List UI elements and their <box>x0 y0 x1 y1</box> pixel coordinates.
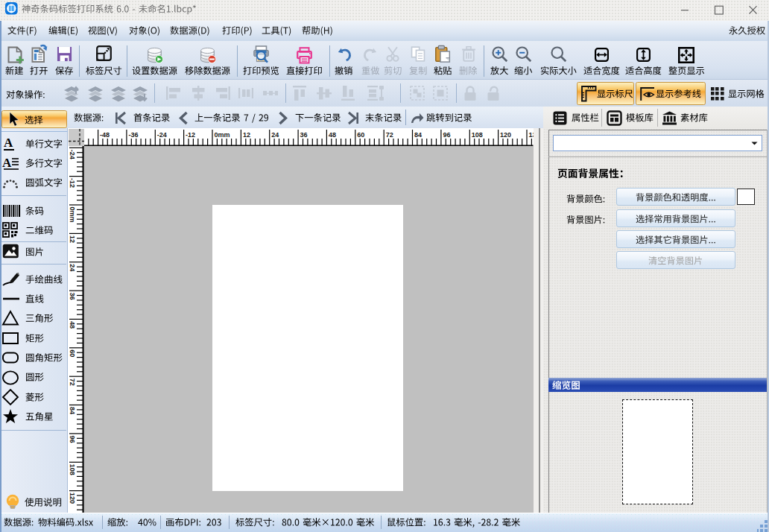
svg-text:48: 48 <box>69 320 76 328</box>
svg-text:60: 60 <box>69 349 76 357</box>
svg-text:-24: -24 <box>157 131 167 139</box>
svg-text:A: A <box>4 136 13 150</box>
svg-text:0mm: 0mm <box>215 131 230 139</box>
svg-text:-24: -24 <box>69 149 76 159</box>
svg-text:48: 48 <box>329 131 336 139</box>
svg-text:108: 108 <box>472 131 483 139</box>
svg-text:84: 84 <box>414 131 422 139</box>
svg-text:108: 108 <box>69 463 76 475</box>
svg-text:-12: -12 <box>69 178 76 188</box>
svg-text:36: 36 <box>300 131 308 139</box>
svg-text:12: 12 <box>243 131 250 139</box>
svg-text:120: 120 <box>500 131 511 139</box>
svg-text:96: 96 <box>69 435 76 443</box>
svg-text:84: 84 <box>69 407 76 414</box>
svg-text:120: 120 <box>69 493 76 504</box>
svg-text:72: 72 <box>69 378 76 385</box>
svg-text:72: 72 <box>386 131 393 139</box>
svg-text:60: 60 <box>357 131 364 139</box>
svg-text:24: 24 <box>271 131 279 139</box>
svg-text:0mm: 0mm <box>69 206 76 222</box>
svg-text:-36: -36 <box>128 131 138 139</box>
svg-text:A: A <box>2 156 12 170</box>
svg-text:-12: -12 <box>186 131 195 139</box>
svg-text:36: 36 <box>69 292 76 300</box>
svg-text:12: 12 <box>69 235 76 242</box>
svg-text:96: 96 <box>443 131 450 139</box>
svg-text:-48: -48 <box>100 131 110 139</box>
svg-text:24: 24 <box>69 264 76 271</box>
